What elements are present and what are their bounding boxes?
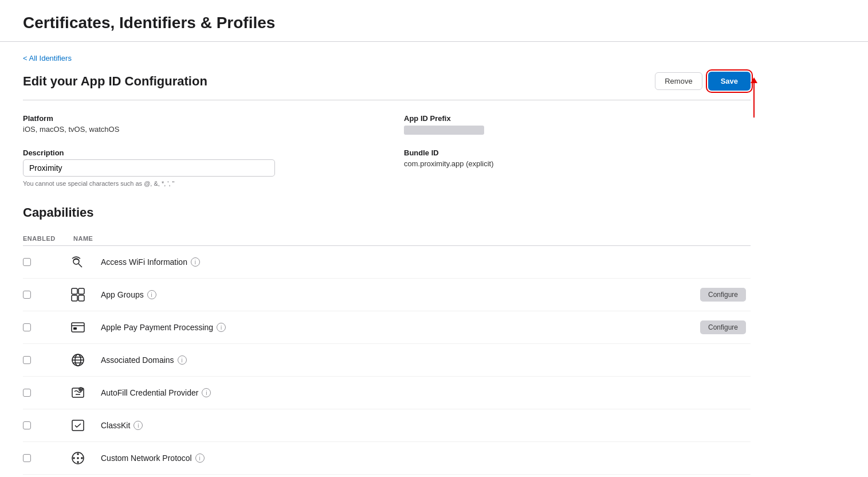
- svg-point-21: [77, 458, 78, 459]
- platform-label: Platform: [23, 114, 370, 123]
- page-title: Certificates, Identifiers & Profiles: [23, 14, 845, 32]
- app-id-prefix-label: App ID Prefix: [404, 114, 751, 123]
- app-id-prefix-value: [404, 126, 484, 135]
- table-row: Associated Domainsi: [23, 344, 751, 377]
- info-icon-access-wifi[interactable]: i: [191, 257, 200, 267]
- capability-checkbox-custom-network[interactable]: [23, 454, 31, 462]
- bundle-id-label: Bundle ID: [404, 148, 751, 157]
- svg-rect-2: [72, 288, 77, 294]
- associated-domains-icon: [69, 351, 87, 369]
- table-row: Custom Network Protocoli: [23, 442, 751, 475]
- table-row: Access WiFi Informationi: [23, 246, 751, 279]
- capability-name-autofill: AutoFill Credential Provider: [101, 388, 198, 397]
- svg-rect-5: [78, 295, 84, 301]
- info-icon-associated-domains[interactable]: i: [178, 355, 187, 365]
- remove-button[interactable]: Remove: [655, 72, 702, 90]
- apple-pay-icon: [69, 318, 87, 337]
- svg-point-22: [77, 453, 78, 455]
- capability-checkbox-app-groups[interactable]: [23, 291, 31, 299]
- configure-button-app-groups[interactable]: Configure: [700, 288, 746, 302]
- capability-name-associated-domains: Associated Domains: [101, 355, 174, 365]
- info-icon-app-groups[interactable]: i: [147, 290, 156, 299]
- svg-rect-4: [72, 295, 77, 301]
- capability-name-app-groups: App Groups: [101, 290, 144, 299]
- svg-line-1: [78, 264, 82, 267]
- capability-name-classkit: ClassKit: [101, 421, 130, 430]
- table-row: Apple Pay Payment ProcessingiConfigure: [23, 311, 751, 344]
- capability-checkbox-autofill[interactable]: [23, 389, 31, 397]
- svg-rect-19: [72, 420, 84, 431]
- description-hint: You cannot use special characters such a…: [23, 180, 370, 187]
- bundle-id-value: com.proximity.app (explicit): [404, 159, 751, 168]
- capabilities-title: Capabilities: [23, 205, 751, 220]
- app-groups-icon: [69, 286, 87, 304]
- svg-rect-8: [73, 327, 77, 330]
- capability-checkbox-access-wifi[interactable]: [23, 258, 31, 266]
- capability-name-access-wifi: Access WiFi Information: [101, 257, 187, 267]
- configure-button-apple-pay[interactable]: Configure: [700, 320, 746, 334]
- capability-checkbox-classkit[interactable]: [23, 421, 31, 429]
- info-icon-custom-network[interactable]: i: [195, 453, 205, 463]
- svg-point-24: [73, 458, 74, 459]
- section-title: Edit your App ID Configuration: [23, 74, 207, 89]
- platform-value: iOS, macOS, tvOS, watchOS: [23, 125, 370, 134]
- custom-network-icon: [69, 449, 87, 467]
- capability-name-custom-network: Custom Network Protocol: [101, 453, 192, 463]
- table-row: App GroupsiConfigure: [23, 279, 751, 311]
- access-wifi-icon: [69, 253, 87, 271]
- info-icon-apple-pay[interactable]: i: [217, 323, 226, 332]
- svg-rect-6: [72, 323, 84, 332]
- autofill-icon: [69, 384, 87, 402]
- capability-checkbox-associated-domains[interactable]: [23, 356, 31, 364]
- description-input[interactable]: [23, 159, 275, 177]
- save-button[interactable]: Save: [708, 72, 751, 91]
- table-row: AutoFill Credential Provideri: [23, 377, 751, 409]
- description-label: Description: [23, 148, 370, 157]
- info-icon-autofill[interactable]: i: [202, 388, 211, 397]
- svg-rect-3: [78, 288, 84, 294]
- table-row: ClassKiti: [23, 409, 751, 442]
- annotation-arrow: [751, 77, 757, 118]
- col-header-enabled: ENABLED: [23, 232, 69, 246]
- all-identifiers-link[interactable]: < All Identifiers: [23, 54, 72, 62]
- capabilities-table: ENABLED NAME Access WiFi Informationi Ap…: [23, 232, 751, 475]
- capability-checkbox-apple-pay[interactable]: [23, 323, 31, 331]
- svg-point-25: [81, 458, 83, 459]
- classkit-icon: [69, 416, 87, 435]
- info-icon-classkit[interactable]: i: [133, 421, 143, 430]
- capability-name-apple-pay: Apple Pay Payment Processing: [101, 323, 213, 332]
- svg-point-23: [77, 462, 78, 463]
- col-header-name: NAME: [69, 232, 567, 246]
